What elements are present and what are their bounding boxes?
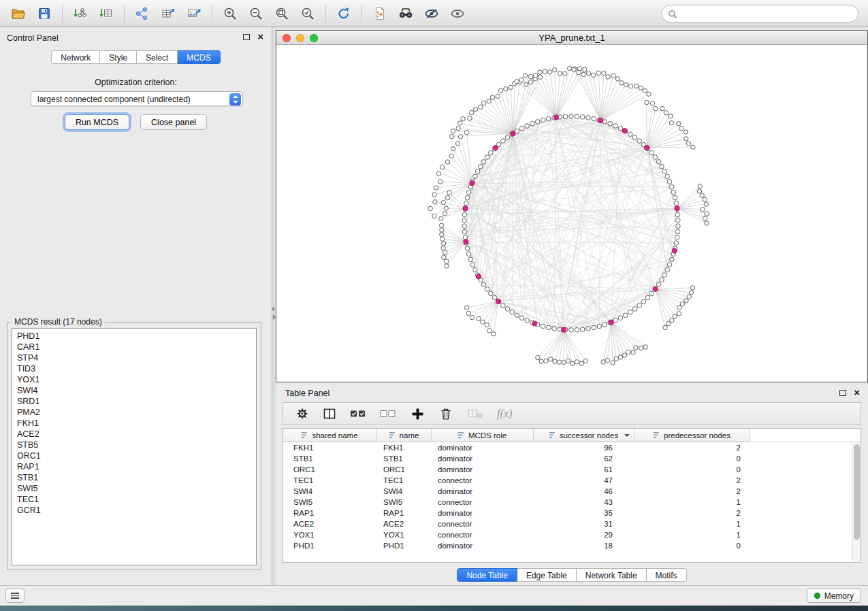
- mcds-result-item[interactable]: PMA2: [12, 407, 256, 418]
- mcds-result-item[interactable]: SRD1: [12, 396, 256, 407]
- cell-successor-nodes: 61: [534, 465, 634, 474]
- document-share-button[interactable]: [367, 3, 393, 24]
- network-area: YPA_prune.txt_1 Table Panel ×: [276, 27, 868, 585]
- toolbar-separator: [124, 5, 125, 22]
- column-filter-chevron-icon[interactable]: [624, 434, 630, 437]
- eye-icon: [449, 7, 466, 20]
- cell-shared-name: PHD1: [283, 542, 377, 550]
- tab-network-table[interactable]: Network Table: [577, 568, 647, 582]
- mcds-result-item[interactable]: PHD1: [12, 331, 256, 342]
- table-row[interactable]: STB1STB1dominator620: [283, 453, 861, 464]
- table-row[interactable]: TEC1TEC1connector472: [283, 475, 861, 486]
- mcds-result-item[interactable]: RAP1: [12, 461, 256, 472]
- save-session-button[interactable]: [31, 3, 57, 24]
- table-row[interactable]: SWI4SWI4dominator462: [283, 486, 861, 497]
- cell-successor-nodes: 29: [534, 531, 634, 539]
- select-all-rows-button[interactable]: [349, 403, 368, 425]
- tab-edge-table[interactable]: Edge Table: [517, 568, 577, 582]
- tab-style[interactable]: Style: [100, 50, 137, 64]
- tab-select[interactable]: Select: [137, 50, 178, 64]
- tab-network[interactable]: Network: [51, 50, 100, 64]
- column-header-predecessor-nodes[interactable]: predecessor nodes: [634, 429, 750, 442]
- search-network-button[interactable]: [393, 3, 419, 24]
- table-scrollbar[interactable]: [852, 443, 861, 561]
- mcds-result-item[interactable]: TID3: [12, 363, 256, 374]
- network-canvas[interactable]: [276, 45, 867, 382]
- mcds-result-item[interactable]: GCR1: [12, 505, 256, 516]
- search-icon: [668, 10, 677, 19]
- mcds-result-item[interactable]: SWI5: [12, 483, 256, 494]
- mcds-result-item[interactable]: SWI4: [12, 385, 256, 396]
- split-panel-button[interactable]: [321, 403, 338, 425]
- close-table-panel-icon[interactable]: ×: [854, 387, 860, 398]
- hide-graphics-button[interactable]: [419, 3, 445, 24]
- table-row[interactable]: SWI5SWI5connector431: [283, 497, 861, 508]
- mcds-result-item[interactable]: STP4: [12, 352, 256, 363]
- cell-MCDS-role: dominator: [432, 509, 534, 517]
- search-input[interactable]: [681, 6, 852, 21]
- zoom-fit-button[interactable]: [269, 3, 295, 24]
- float-panel-icon[interactable]: [243, 34, 250, 40]
- scrollbar-thumb[interactable]: [854, 444, 860, 540]
- cell-MCDS-role: dominator: [432, 487, 534, 495]
- export-image-button[interactable]: [181, 3, 207, 24]
- columns-icon: [323, 407, 336, 420]
- mcds-result-item[interactable]: ORC1: [12, 450, 256, 461]
- table-row[interactable]: YOX1YOX1connector291: [283, 529, 861, 540]
- clear-filter-button[interactable]: [466, 403, 486, 425]
- cell-name: STB1: [377, 455, 432, 463]
- open-file-button[interactable]: [5, 3, 31, 24]
- run-mcds-button[interactable]: Run MCDS: [65, 114, 129, 130]
- network-window-titlebar[interactable]: YPA_prune.txt_1: [276, 31, 867, 45]
- zoom-in-button[interactable]: [217, 3, 243, 24]
- cell-MCDS-role: connector: [432, 531, 534, 539]
- table-row[interactable]: PHD1PHD1dominator180: [283, 540, 861, 551]
- mcds-result-item[interactable]: STB5: [12, 440, 256, 450]
- mcds-result-item[interactable]: CAR1: [12, 342, 256, 352]
- import-network-button[interactable]: [67, 3, 93, 24]
- cell-shared-name: ORC1: [283, 465, 377, 474]
- column-header-name[interactable]: name: [377, 429, 432, 442]
- cell-name: RAP1: [377, 509, 432, 517]
- zoom-out-button[interactable]: [243, 3, 269, 24]
- sort-icon: [302, 432, 308, 438]
- table-row[interactable]: FKH1FKH1dominator962: [283, 442, 861, 453]
- column-header-successor-nodes[interactable]: successor nodes: [534, 429, 634, 442]
- mcds-result-item[interactable]: STB1: [12, 472, 256, 483]
- tab-motifs[interactable]: Motifs: [647, 568, 687, 582]
- tab-mcds[interactable]: MCDS: [178, 50, 220, 64]
- deselect-all-rows-button[interactable]: [379, 403, 398, 425]
- table-row[interactable]: ORC1ORC1dominator610: [283, 464, 861, 475]
- close-panel-button[interactable]: Close panel: [140, 114, 207, 130]
- criterion-select[interactable]: largest connected component (undirected): [31, 91, 243, 106]
- column-header-shared-name[interactable]: shared name: [283, 429, 377, 442]
- cell-successor-nodes: 46: [534, 487, 634, 495]
- table-row[interactable]: RAP1RAP1dominator352: [283, 508, 861, 518]
- mcds-result-item[interactable]: YOX1: [12, 374, 256, 385]
- close-panel-icon[interactable]: ×: [257, 31, 263, 42]
- cell-shared-name: ACE2: [283, 520, 377, 528]
- column-header-MCDS-role[interactable]: MCDS role: [432, 429, 534, 442]
- add-column-button[interactable]: [408, 403, 426, 425]
- function-builder-button[interactable]: f(x): [497, 408, 512, 420]
- mcds-result-item[interactable]: TEC1: [12, 494, 256, 505]
- export-table-button[interactable]: [155, 3, 181, 24]
- mcds-result-item[interactable]: ACE2: [12, 429, 256, 440]
- import-network-icon: [73, 7, 88, 20]
- tab-node-table[interactable]: Node Table: [457, 568, 517, 582]
- float-table-panel-icon[interactable]: [839, 390, 846, 396]
- import-table-button[interactable]: [93, 3, 119, 24]
- menu-button[interactable]: [5, 589, 25, 603]
- refresh-button[interactable]: [331, 3, 357, 24]
- criterion-selected-value: largest connected component (undirected): [37, 95, 191, 104]
- table-row[interactable]: ACE2ACE2connector311: [283, 518, 861, 529]
- refresh-icon: [336, 6, 351, 21]
- zoom-selected-button[interactable]: [295, 3, 321, 24]
- table-settings-button[interactable]: [294, 403, 310, 425]
- memory-button[interactable]: Memory: [807, 589, 861, 603]
- delete-column-button[interactable]: [437, 403, 455, 425]
- page-share-icon: [373, 7, 387, 20]
- mcds-result-item[interactable]: FKH1: [12, 418, 256, 429]
- show-graphics-button[interactable]: [445, 3, 470, 24]
- export-network-button[interactable]: [129, 3, 155, 24]
